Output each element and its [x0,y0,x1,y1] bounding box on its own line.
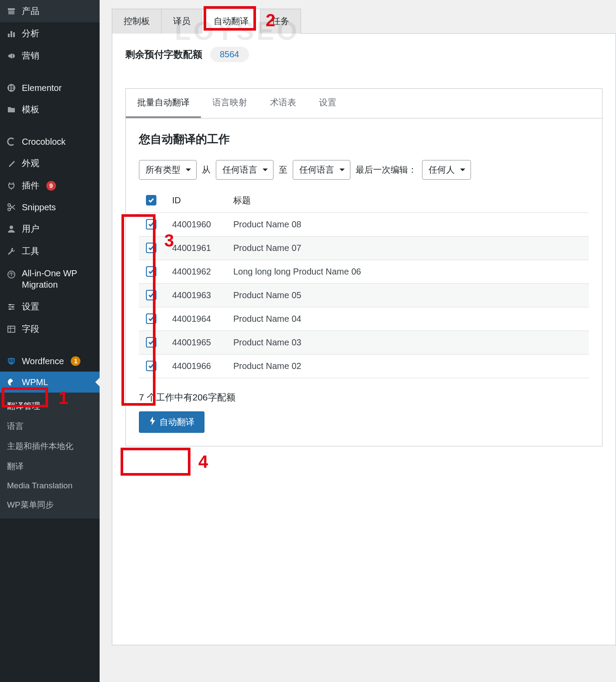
inner-panel: 批量自动翻译 语言映射 术语表 设置 您自动翻译的工作 所有类型 从 任何语言 … [125,88,602,446]
sidebar-item-migration[interactable]: All-in-One WP Migration [0,262,100,296]
top-tabs: 控制板 译员 自动翻译 任务 [112,9,616,34]
admin-sidebar: 产品 分析 营销 Elementor 模板 Crocoblock 外观 [0,0,100,682]
table-row: 44001961Product Name 07 [139,237,589,260]
sidebar-item-fields[interactable]: 字段 [0,318,100,340]
sidebar-item-label: Snippets [22,202,56,212]
row-checkbox[interactable] [146,219,156,230]
alert-badge: 1 [71,356,80,366]
tab-jobs[interactable]: 任务 [260,9,301,34]
row-checkbox[interactable] [146,361,156,371]
table-row: 44001960Product Name 08 [139,213,589,237]
sidebar-item-products[interactable]: 产品 [0,0,100,22]
submenu-translation-mgmt[interactable]: 翻译管理 [0,396,100,416]
svg-point-15 [12,306,14,308]
inner-tab-lang-mapping[interactable]: 语言映射 [201,89,259,118]
sidebar-item-label: 设置 [22,301,39,313]
filter-type-select[interactable]: 所有类型 [139,160,197,180]
sidebar-item-tools[interactable]: 工具 [0,240,100,262]
sidebar-item-wpml[interactable]: WPML [0,372,100,393]
sidebar-item-label: 用户 [22,223,39,235]
inner-tab-settings[interactable]: 设置 [308,89,348,118]
svg-rect-8 [11,87,14,89]
sidebar-item-analytics[interactable]: 分析 [0,22,100,45]
svg-rect-4 [13,32,15,37]
button-label: 自动翻译 [159,416,194,428]
main-content: 控制板 译员 自动翻译 任务 剩余预付字数配额 8564 批量自动翻译 语言映射… [100,0,616,682]
sidebar-item-wordfence[interactable]: Wordfence 1 [0,351,100,372]
megaphone-icon [6,51,17,61]
bolt-icon [149,417,156,428]
svg-rect-9 [11,89,14,90]
shield-icon [6,356,17,366]
inner-tab-glossary[interactable]: 术语表 [259,89,308,118]
cell-id: 44001962 [165,260,226,284]
filter-row: 所有类型 从 任何语言 至 任何语言 最后一次编辑： 任何人 [139,160,589,180]
sidebar-item-label: Elementor [22,83,62,93]
svg-rect-2 [8,34,10,37]
filter-from-label: 从 [202,164,211,176]
sidebar-item-label: 外观 [22,157,39,169]
submenu-theme-plugin-localize[interactable]: 主题和插件本地化 [0,436,100,456]
sidebar-item-users[interactable]: 用户 [0,218,100,240]
svg-rect-6 [9,86,10,90]
th-id: ID [165,188,226,213]
cell-title: Long long long Product Name 06 [226,260,589,284]
row-checkbox[interactable] [146,337,156,348]
sliders-icon [6,302,17,312]
sidebar-item-crocoblock[interactable]: Crocoblock [0,131,100,152]
cell-title: Product Name 08 [226,213,589,237]
fields-icon [6,324,17,334]
sidebar-item-marketing[interactable]: 营销 [0,45,100,67]
summary-text: 7 个工作中有206字配额 [139,391,589,404]
chart-icon [6,28,17,39]
plug-icon [6,181,17,191]
cell-id: 44001961 [165,237,226,260]
tab-auto-translate[interactable]: 自动翻译 [202,9,260,34]
sidebar-item-elementor[interactable]: Elementor [0,77,100,98]
sidebar-item-label: 产品 [22,5,39,17]
sidebar-item-label: WPML [22,377,48,387]
sidebar-item-snippets[interactable]: Snippets [0,197,100,218]
table-row: 44001965Product Name 03 [139,331,589,355]
sidebar-item-plugins[interactable]: 插件 9 [0,174,100,197]
sidebar-item-templates[interactable]: 模板 [0,98,100,121]
archive-icon [6,6,17,17]
row-checkbox[interactable] [146,243,156,253]
cell-title: Product Name 05 [226,284,589,307]
submenu-media-translation[interactable]: Media Translation [0,477,100,495]
inner-tab-bulk[interactable]: 批量自动翻译 [126,89,201,118]
submenu-wp-menu-sync[interactable]: WP菜单同步 [0,495,100,515]
filter-last-edit-label: 最后一次编辑： [356,164,417,176]
jobs-table: ID 标题 44001960Product Name 0844001961Pro… [139,188,589,378]
sidebar-item-settings[interactable]: 设置 [0,296,100,318]
svg-point-16 [9,308,11,310]
row-checkbox[interactable] [146,266,156,277]
cell-title: Product Name 03 [226,331,589,355]
submenu-translations[interactable]: 翻译 [0,456,100,477]
user-icon [6,224,17,234]
table-row: 44001963Product Name 05 [139,284,589,307]
sidebar-item-label: 工具 [22,245,39,257]
tab-panel: 剩余预付字数配额 8564 批量自动翻译 语言映射 术语表 设置 您自动翻译的工… [112,33,616,645]
folder-icon [6,104,17,115]
filter-last-edit-select[interactable]: 任何人 [422,160,471,180]
table-row: 44001962Long long long Product Name 06 [139,260,589,284]
quota-label: 剩余预付字数配额 [125,48,202,61]
select-all-checkbox[interactable] [146,195,156,205]
tab-dashboard[interactable]: 控制板 [112,9,162,34]
sidebar-item-appearance[interactable]: 外观 [0,152,100,174]
tab-translators[interactable]: 译员 [161,9,202,34]
filter-to-select[interactable]: 任何语言 [293,160,350,180]
filter-from-select[interactable]: 任何语言 [216,160,273,180]
sidebar-item-label: All-in-One WP Migration [22,268,93,290]
sidebar-item-label: 插件 [22,180,39,191]
auto-translate-button[interactable]: 自动翻译 [139,411,204,433]
migration-icon [6,269,17,280]
row-checkbox[interactable] [146,290,156,300]
submenu-languages[interactable]: 语言 [0,416,100,436]
th-title: 标题 [226,188,589,213]
cell-title: Product Name 02 [226,355,589,378]
row-checkbox[interactable] [146,313,156,324]
sidebar-item-label: Wordfence [22,356,64,366]
svg-rect-3 [10,31,12,37]
